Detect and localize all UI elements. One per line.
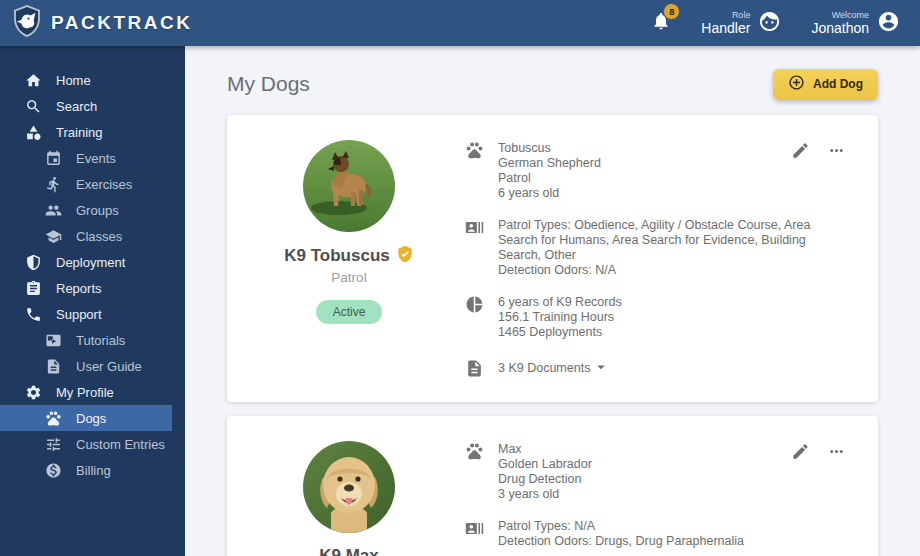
face-icon <box>758 10 781 37</box>
sidebar-item-user-guide[interactable]: User Guide <box>0 353 185 379</box>
role-selector[interactable]: Role Handler <box>701 10 781 37</box>
dog-name-line: Max <box>498 442 592 457</box>
more-options-button[interactable] <box>827 141 846 160</box>
dog-card: K9 Max Drug Detection Max Golden Labrado… <box>227 416 878 556</box>
video-icon <box>44 331 62 349</box>
id-card-icon <box>465 519 485 539</box>
notification-count-badge: 8 <box>663 3 680 20</box>
edit-dog-button[interactable] <box>791 442 810 461</box>
clipboard-icon <box>24 279 42 297</box>
dog-duty-line: Drug Detection <box>498 472 592 487</box>
role-value: Handler <box>701 20 750 36</box>
search-icon <box>24 97 42 115</box>
dog-display-name: K9 Max <box>319 546 379 556</box>
paw-icon <box>465 141 485 161</box>
sidebar-item-custom-entries[interactable]: Custom Entries <box>0 431 185 457</box>
patrol-types: Patrol Types: Obedience, Agility / Obsta… <box>498 218 848 263</box>
people-icon <box>44 201 62 219</box>
document-icon <box>465 359 485 379</box>
sidebar-item-tutorials[interactable]: Tutorials <box>0 327 185 353</box>
id-card-icon <box>465 218 485 238</box>
verified-badge-icon <box>396 245 414 267</box>
shield-icon <box>24 253 42 271</box>
patrol-types: Patrol Types: N/A <box>498 519 744 534</box>
brand-logo[interactable]: PACKTRACK <box>12 5 192 41</box>
sidebar-item-support[interactable]: Support <box>0 301 185 327</box>
deployments-line: 1465 Deployments <box>498 325 622 340</box>
role-label: Role <box>701 10 750 20</box>
sidebar-item-classes[interactable]: Classes <box>0 223 185 249</box>
sidebar-item-groups[interactable]: Groups <box>0 197 185 223</box>
more-options-button[interactable] <box>827 442 846 461</box>
sidebar-item-exercises[interactable]: Exercises <box>0 171 185 197</box>
sidebar-item-dogs[interactable]: Dogs <box>0 405 172 431</box>
add-dog-button[interactable]: Add Dog <box>773 69 878 100</box>
sidebar-item-home[interactable]: Home <box>0 67 185 93</box>
dog-breed-line: Golden Labrador <box>498 457 592 472</box>
chevron-down-icon <box>590 357 610 380</box>
main-content: My Dogs Add Dog <box>185 46 920 556</box>
dog-name-line: Tobuscus <box>498 141 601 156</box>
user-name: Jonathon <box>811 20 869 36</box>
records-line: 6 years of K9 Records <box>498 295 622 310</box>
school-icon <box>44 227 62 245</box>
sidebar-nav: Home Search Training Events Exercises Gr… <box>0 46 185 556</box>
paw-icon <box>465 442 485 462</box>
calendar-icon <box>44 149 62 167</box>
dollar-icon <box>44 461 62 479</box>
detection-odors: Detection Odors: Drugs, Drug Paraphernal… <box>498 534 744 549</box>
documents-label: 3 K9 Documents <box>498 361 590 376</box>
dog-certifications-row: Patrol Types: N/A Detection Odors: Drugs… <box>465 519 848 549</box>
welcome-label: Welcome <box>811 10 869 20</box>
sidebar-item-reports[interactable]: Reports <box>0 275 185 301</box>
sidebar-item-training[interactable]: Training <box>0 119 185 145</box>
status-badge: Active <box>316 300 383 324</box>
sidebar-item-my-profile[interactable]: My Profile <box>0 379 185 405</box>
dog-photo <box>303 441 395 533</box>
dog-breed-line: German Shepherd <box>498 156 601 171</box>
training-hours-line: 156.1 Training Hours <box>498 310 622 325</box>
user-menu[interactable]: Welcome Jonathon <box>811 10 900 37</box>
runner-icon <box>44 175 62 193</box>
page-title: My Dogs <box>227 72 310 96</box>
top-bar: PACKTRACK 8 Role Handler Welcome Jonatho… <box>0 0 920 46</box>
dog-duty-line: Patrol <box>498 171 601 186</box>
documents-dropdown[interactable]: 3 K9 Documents <box>465 357 848 380</box>
sidebar-item-billing[interactable]: Billing <box>0 457 185 483</box>
phone-icon <box>24 305 42 323</box>
notifications-button[interactable]: 8 <box>651 11 671 35</box>
detection-odors: Detection Odors: N/A <box>498 263 848 278</box>
dog-photo <box>303 140 395 232</box>
dog-stats-row: 6 years of K9 Records 156.1 Training Hou… <box>465 295 848 340</box>
account-circle-icon <box>877 10 900 37</box>
sidebar-item-search[interactable]: Search <box>0 93 185 119</box>
sidebar-item-deployment[interactable]: Deployment <box>0 249 185 275</box>
gear-icon <box>24 383 42 401</box>
brand-name: PACKTRACK <box>51 12 192 34</box>
dog-age-line: 6 years old <box>498 186 601 201</box>
dog-display-name: K9 Tobuscus <box>284 246 389 266</box>
sidebar-item-events[interactable]: Events <box>0 145 185 171</box>
dog-discipline: Patrol <box>331 270 366 285</box>
edit-dog-button[interactable] <box>791 141 810 160</box>
pie-chart-icon <box>465 295 485 315</box>
plus-circle-icon <box>788 74 805 94</box>
sliders-icon <box>44 435 62 453</box>
category-icon <box>24 123 42 141</box>
shield-dog-icon <box>12 5 42 41</box>
dog-card: K9 Tobuscus Patrol Active Tobuscus Germa… <box>227 115 878 402</box>
document-icon <box>44 357 62 375</box>
home-icon <box>24 71 42 89</box>
dog-certifications-row: Patrol Types: Obedience, Agility / Obsta… <box>465 218 848 278</box>
dog-age-line: 3 years old <box>498 487 592 502</box>
paw-icon <box>44 409 62 427</box>
